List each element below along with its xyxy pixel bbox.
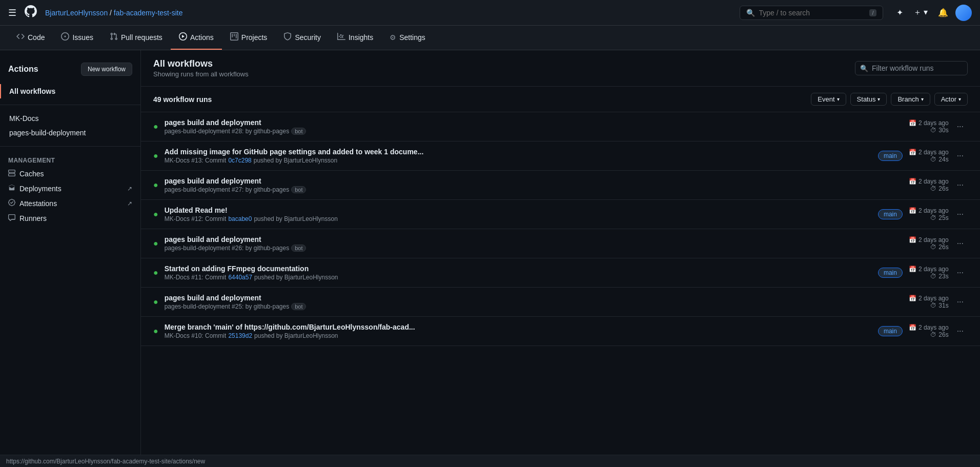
workflow-time: 📅 2 days ago ⏱ 24s xyxy=(909,149,949,163)
bot-badge: bot xyxy=(291,186,306,193)
copilot-button[interactable]: ✦ xyxy=(893,6,906,19)
tab-pull-requests[interactable]: Pull requests xyxy=(101,26,171,50)
workflow-row[interactable]: ● pages build and deployment pages-build… xyxy=(141,288,980,317)
commit-link[interactable]: 0c7c298 xyxy=(228,157,251,164)
more-options-button[interactable]: ··· xyxy=(953,208,968,221)
avatar[interactable] xyxy=(955,5,972,21)
status-filter-btn[interactable]: Status ▾ xyxy=(850,93,887,106)
sidebar-item-mk-docs[interactable]: MK-Docs xyxy=(0,111,140,126)
more-options-button[interactable]: ··· xyxy=(953,266,968,279)
content-header: All workflows Showing runs from all work… xyxy=(141,50,980,87)
more-options-button[interactable]: ··· xyxy=(953,324,968,338)
github-logo[interactable] xyxy=(25,5,37,21)
tab-insights[interactable]: Insights xyxy=(329,26,381,50)
tab-settings[interactable]: ⚙ Settings xyxy=(381,26,434,50)
sidebar-item-pages-build[interactable]: pages-build-deployment xyxy=(0,126,140,140)
nav-search[interactable]: 🔍 / xyxy=(740,6,883,20)
sidebar-item-runners[interactable]: Runners xyxy=(0,211,140,226)
workflow-row[interactable]: ● Merge branch 'main' of https://github.… xyxy=(141,317,980,346)
content-title-block: All workflows Showing runs from all work… xyxy=(153,58,249,78)
workflow-row[interactable]: ● Add missing image for GitHub page sett… xyxy=(141,141,980,171)
branch-badge: main xyxy=(878,268,903,278)
workflow-name: pages build and deployment xyxy=(165,118,903,127)
repo-owner-link[interactable]: BjarturLeoHlynsson xyxy=(45,9,108,17)
workflow-meta: MK-Docs #11: Commit 6440a57 pushed by Bj… xyxy=(165,274,870,281)
attestations-label: Attestations xyxy=(19,199,57,208)
bot-badge: bot xyxy=(291,303,306,310)
deployments-left: Deployments xyxy=(8,184,62,193)
workflow-meta: MK-Docs #12: Commit bacabe0 pushed by Bj… xyxy=(165,215,870,222)
branch-badge: main xyxy=(878,326,903,336)
tab-actions[interactable]: Actions xyxy=(171,26,222,50)
sidebar-item-attestations[interactable]: Attestations ↗ xyxy=(0,196,140,211)
clock-icon: ⏱ xyxy=(930,243,936,251)
tab-security[interactable]: Security xyxy=(275,26,329,50)
workflow-row[interactable]: ● pages build and deployment pages-build… xyxy=(141,229,980,258)
hamburger-icon[interactable]: ☰ xyxy=(8,7,16,18)
workflow-meta: pages-build-deployment #27: by github-pa… xyxy=(165,186,903,193)
workflow-name: Updated Read me! xyxy=(165,206,870,214)
workflow-count: 49 workflow runs xyxy=(153,95,212,104)
new-plus-button[interactable]: ＋ ▾ xyxy=(910,5,931,20)
sidebar-item-caches[interactable]: Caches xyxy=(0,166,140,181)
workflow-row[interactable]: ● Updated Read me! MK-Docs #12: Commit b… xyxy=(141,200,980,229)
security-icon xyxy=(283,32,292,42)
filter-input-wrap: 🔍 xyxy=(855,61,968,75)
sidebar-item-deployments[interactable]: Deployments ↗ xyxy=(0,181,140,196)
runners-icon xyxy=(8,214,15,222)
workflow-name: Add missing image for GitHub page settin… xyxy=(165,148,870,156)
workflow-row[interactable]: ● pages build and deployment pages-build… xyxy=(141,112,980,141)
branch-filter-btn[interactable]: Branch ▾ xyxy=(891,93,930,106)
branch-chevron-icon: ▾ xyxy=(921,96,924,102)
clock-icon: ⏱ xyxy=(930,273,936,280)
status-success-icon: ● xyxy=(153,180,158,190)
deployments-icon xyxy=(8,184,15,193)
actor-filter-btn[interactable]: Actor ▾ xyxy=(934,93,968,106)
status-url: https://github.com/BjarturLeoHlynsson/fa… xyxy=(6,458,205,465)
runners-label: Runners xyxy=(19,214,47,222)
branch-badge: main xyxy=(878,151,903,161)
workflow-row[interactable]: ● Started on adding FFmpeg documentation… xyxy=(141,258,980,288)
workflow-info: pages build and deployment pages-build-d… xyxy=(165,177,903,193)
settings-icon: ⚙ xyxy=(390,33,396,42)
calendar-icon: 📅 xyxy=(909,236,916,243)
bot-badge: bot xyxy=(291,245,306,252)
search-input[interactable] xyxy=(759,9,866,17)
sidebar-item-all-workflows[interactable]: All workflows xyxy=(0,84,140,98)
tab-code[interactable]: Code xyxy=(8,26,53,50)
calendar-icon: 📅 xyxy=(909,178,916,185)
status-success-icon: ● xyxy=(153,122,158,131)
tab-projects[interactable]: Projects xyxy=(222,26,276,50)
calendar-icon: 📅 xyxy=(909,207,916,214)
more-options-button[interactable]: ··· xyxy=(953,295,968,309)
tab-issues[interactable]: Issues xyxy=(53,26,101,50)
more-options-button[interactable]: ··· xyxy=(953,120,968,133)
repo-path: BjarturLeoHlynsson / fab-academy-test-si… xyxy=(45,9,182,17)
filter-input[interactable] xyxy=(855,61,968,75)
nav-icons: ✦ ＋ ▾ 🔔 xyxy=(893,5,972,21)
commit-link[interactable]: 25139d2 xyxy=(228,332,252,339)
repo-name-link[interactable]: fab-academy-test-site xyxy=(114,9,183,17)
attestations-ext-icon: ↗ xyxy=(127,200,132,207)
commit-link[interactable]: 6440a57 xyxy=(228,274,252,281)
workflow-info: Updated Read me! MK-Docs #12: Commit bac… xyxy=(165,206,870,222)
commit-link[interactable]: bacabe0 xyxy=(228,215,252,222)
more-options-button[interactable]: ··· xyxy=(953,149,968,163)
duration-row: ⏱ 30s xyxy=(909,127,949,134)
attestations-icon xyxy=(8,199,15,208)
workflow-time: 📅 2 days ago ⏱ 23s xyxy=(909,266,949,280)
workflow-time: 📅 2 days ago ⏱ 26s xyxy=(909,178,949,192)
more-options-button[interactable]: ··· xyxy=(953,178,968,192)
event-filter-btn[interactable]: Event ▾ xyxy=(811,93,846,106)
notification-button[interactable]: 🔔 xyxy=(935,6,951,19)
sidebar: Actions New workflow All workflows MK-Do… xyxy=(0,50,141,467)
main-layout: Actions New workflow All workflows MK-Do… xyxy=(0,50,980,467)
new-workflow-button[interactable]: New workflow xyxy=(81,63,132,76)
content: All workflows Showing runs from all work… xyxy=(141,50,980,467)
more-options-button[interactable]: ··· xyxy=(953,237,968,250)
workflow-time: 📅 2 days ago ⏱ 25s xyxy=(909,207,949,221)
pr-icon xyxy=(110,32,118,42)
workflow-info: Add missing image for GitHub page settin… xyxy=(165,148,870,164)
workflow-row[interactable]: ● pages build and deployment pages-build… xyxy=(141,171,980,200)
workflow-meta: MK-Docs #13: Commit 0c7c298 pushed by Bj… xyxy=(165,157,870,164)
